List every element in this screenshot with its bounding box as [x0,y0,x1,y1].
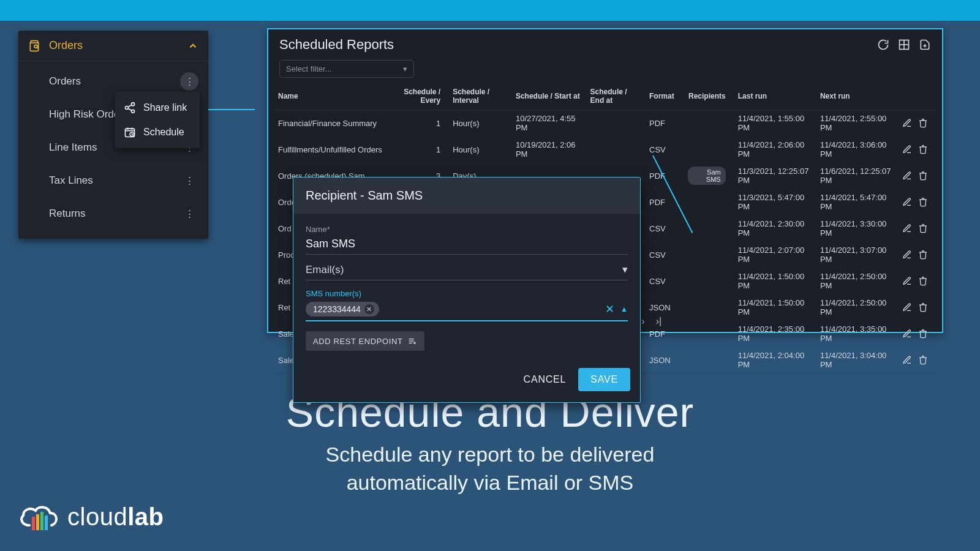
sidebar-item-returns[interactable]: Returns⋮ [18,197,208,230]
cell: JSON [646,347,684,373]
page-next[interactable]: › [641,316,644,327]
col-name[interactable]: Name [274,84,396,110]
schedule-item[interactable]: Schedule [115,120,200,144]
share-link-item[interactable]: Share link [115,96,200,120]
sms-input[interactable]: 1223334444 ✕ ✕ ▲ [306,298,628,321]
svg-line-5 [128,108,132,110]
cell: 11/4/2021, 3:35:00 PM [816,321,899,347]
recipient-chip[interactable]: Sam SMS [688,167,726,185]
col-every[interactable]: Schedule / Every [396,84,449,110]
edit-icon[interactable] [902,329,912,339]
col-start[interactable]: Schedule / Start at [512,84,587,110]
cell-recipients [684,110,734,137]
name-input[interactable] [306,234,628,255]
brand-a: cloud [67,503,127,530]
cell-actions [899,137,936,163]
grid-icon[interactable] [898,39,910,51]
edit-icon[interactable] [902,276,912,286]
delete-icon[interactable] [918,171,928,181]
emails-select[interactable]: Email(s) ▾ [306,255,628,280]
cell: 11/4/2021, 5:47:00 PM [816,189,899,216]
page-last[interactable]: ›| [656,316,662,327]
cell: 11/4/2021, 2:50:00 PM [816,268,899,294]
share-link-label: Share link [143,102,187,113]
svg-rect-25 [40,512,43,530]
chip-remove-icon[interactable]: ✕ [364,304,374,314]
delete-icon[interactable] [918,250,928,260]
edit-icon[interactable] [902,355,912,365]
cell-actions [899,268,936,294]
recipient-modal: Recipient - Sam SMS Name* Email(s) ▾ SMS… [293,177,641,403]
col-next[interactable]: Next run [816,84,899,110]
cancel-button[interactable]: CANCEL [524,374,567,385]
sidebar-item-label: Line Items [49,141,97,154]
edit-icon[interactable] [902,118,912,128]
delete-icon[interactable] [918,329,928,339]
refresh-icon[interactable] [877,39,889,51]
col-end[interactable]: Schedule / End at [587,84,646,110]
modal-title: Recipient - Sam SMS [293,178,640,214]
shopping-bag-icon [27,40,42,52]
edit-icon[interactable] [902,302,912,312]
hero-line-2: automatically via Email or SMS [347,471,634,494]
delete-icon[interactable] [918,144,928,154]
cell: 11/4/2021, 1:50:00 PM [734,294,816,321]
new-report-icon[interactable] [919,39,931,51]
edit-icon[interactable] [902,197,912,207]
caret-up-icon[interactable]: ▲ [620,305,628,313]
delete-icon[interactable] [918,118,928,128]
cell: 11/4/2021, 3:06:00 PM [816,137,899,163]
cell: 11/4/2021, 2:35:00 PM [734,321,816,347]
col-interval[interactable]: Schedule / Interval [449,84,512,110]
chevron-up-icon [187,40,198,51]
add-endpoint-button[interactable]: ADD REST ENDPOINT [306,331,424,351]
sms-chip: 1223334444 ✕ [306,302,379,317]
edit-icon[interactable] [902,171,912,181]
cell: Hour(s) [449,110,512,137]
col-recipients[interactable]: Recipients [684,84,734,110]
delete-icon[interactable] [918,197,928,207]
more-icon[interactable]: ⋮ [180,204,198,223]
cell-recipients [684,216,734,242]
cell: 11/4/2021, 1:50:00 PM [734,268,816,294]
delete-icon[interactable] [918,355,928,365]
filter-select[interactable]: Select filter... ▾ [279,60,414,78]
sidebar-item-tax-lines[interactable]: Tax Lines⋮ [18,164,208,197]
clear-icon[interactable]: ✕ [605,302,614,316]
col-last[interactable]: Last run [734,84,816,110]
cell: 11/4/2021, 2:04:00 PM [734,347,816,373]
cell: 11/4/2021, 2:50:00 PM [816,294,899,321]
hero: Schedule and Deliver Schedule any report… [0,388,980,497]
cell: PDF [646,189,684,216]
more-icon[interactable]: ⋮ [180,72,198,91]
panel-title: Scheduled Reports [279,37,394,53]
edit-icon[interactable] [902,144,912,154]
more-icon[interactable]: ⋮ [180,171,198,190]
dropdown-arrow-icon: ▾ [403,64,407,73]
cell: 11/6/2021, 12:25:07 PM [816,163,899,189]
cell-actions [899,189,936,216]
cell-recipients [684,294,734,321]
edit-icon[interactable] [902,223,912,233]
cell-actions [899,163,936,189]
cell: 11/4/2021, 1:55:00 PM [734,110,816,137]
delete-icon[interactable] [918,276,928,286]
cell-recipients [684,268,734,294]
dropdown-arrow-icon: ▾ [622,263,628,276]
sidebar-header[interactable]: Orders [18,31,208,61]
sms-label: SMS number(s) [306,289,628,298]
svg-rect-26 [45,515,48,530]
edit-icon[interactable] [902,250,912,260]
save-button[interactable]: SAVE [578,368,630,391]
cell: PDF [646,163,684,189]
sidebar-item-label: Returns [49,208,86,220]
brand-b: lab [127,503,164,530]
cell: 11/4/2021, 3:04:00 PM [816,347,899,373]
delete-icon[interactable] [918,223,928,233]
svg-line-12 [132,134,133,135]
cell: Hour(s) [449,137,512,163]
delete-icon[interactable] [918,302,928,312]
col-format[interactable]: Format [646,84,684,110]
cell: 11/3/2021, 5:47:00 PM [734,189,816,216]
svg-rect-24 [36,514,39,530]
